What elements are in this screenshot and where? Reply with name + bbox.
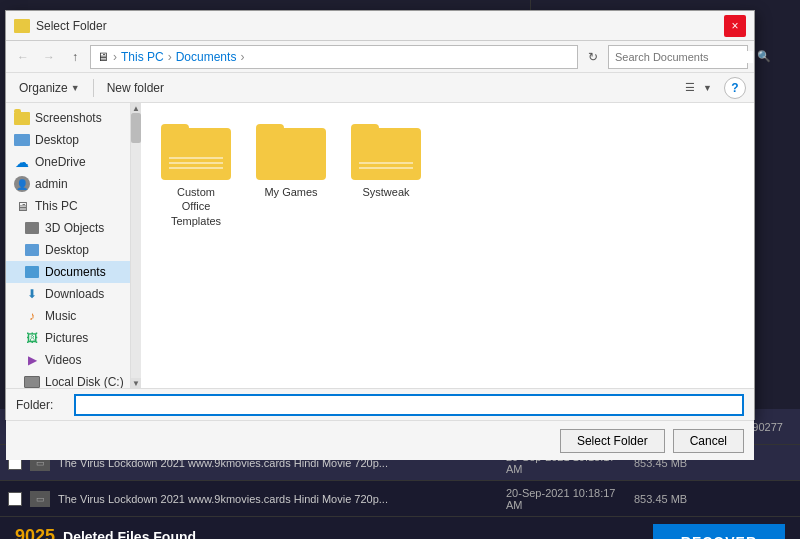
folder-icon-systweak [351,124,421,180]
toolbar-separator [93,79,94,97]
sidebar-item-localc[interactable]: Local Disk (C:) [6,371,130,388]
sidebar-label-screenshots: Screenshots [35,111,102,125]
checkbox-3[interactable] [8,492,22,506]
organize-label: Organize [19,81,68,95]
sidebar-label-localc: Local Disk (C:) [45,375,124,388]
dialog-folder-bar: Folder: [6,388,754,420]
dialog-close-button[interactable]: × [724,15,746,37]
path-documents[interactable]: Documents [176,50,237,64]
documents-icon [24,265,40,279]
onedrive-icon: ☁ [14,155,30,169]
sidebar: Screenshots Desktop ☁ OneDrive [6,103,131,388]
sidebar-item-videos[interactable]: ▶ Videos [6,349,130,371]
sidebar-label-music: Music [45,309,76,323]
folder-label: Folder: [16,398,66,412]
desktop2-icon [24,243,40,257]
dialog-title-left: Select Folder [14,19,107,33]
toolbar: Organize ▼ New folder ☰ ▼ ? [6,73,754,103]
localc-icon [24,375,40,388]
folder-name-my-games: My Games [264,185,317,199]
pictures-icon: 🖼 [24,331,40,345]
sidebar-item-3dobjects[interactable]: 3D Objects [6,217,130,239]
folder-input[interactable] [74,394,744,416]
sidebar-label-3dobjects: 3D Objects [45,221,104,235]
folder-name-custom-office: Custom Office Templates [162,185,230,228]
path-separator-3: › [240,50,244,64]
deleted-count: 9025 [15,526,55,540]
sidebar-item-downloads[interactable]: ⬇ Downloads [6,283,130,305]
sidebar-scrollbar-track: ▲ ▼ [131,103,141,388]
forward-button[interactable]: → [38,46,60,68]
select-folder-button[interactable]: Select Folder [560,429,665,453]
dialog-title-text: Select Folder [36,19,107,33]
sidebar-item-screenshots[interactable]: Screenshots [6,107,130,129]
refresh-button[interactable]: ↻ [582,46,604,68]
view-list-button[interactable]: ☰ [679,77,701,99]
file-name-3: The Virus Lockdown 2021 www.9kmovies.car… [58,493,498,505]
file-size-3: 853.45 MB [634,493,704,505]
file-date-3: 20-Sep-2021 10:18:17 AM [506,487,626,511]
organize-button[interactable]: Organize ▼ [14,79,85,97]
admin-icon: 👤 [14,177,30,191]
up-button[interactable]: ↑ [64,46,86,68]
dialog-buttons: Select Folder Cancel [6,420,754,460]
search-box: 🔍 [608,45,748,69]
sidebar-label-desktop: Desktop [35,133,79,147]
file-area: Custom Office Templates My Games [141,103,754,388]
search-icon: 🔍 [757,50,771,63]
select-folder-dialog: Select Folder × ← → ↑ 🖥 › This PC › Docu… [5,10,755,420]
sidebar-item-music[interactable]: ♪ Music [6,305,130,327]
sidebar-item-admin[interactable]: 👤 admin [6,173,130,195]
file-icon-3: ▭ [30,491,50,507]
folder-item-my-games[interactable]: My Games [251,118,331,234]
scroll-down-arrow[interactable]: ▼ [131,378,141,388]
search-input[interactable] [615,51,753,63]
path-this-pc[interactable]: This PC [121,50,164,64]
file-row-3[interactable]: ▭ The Virus Lockdown 2021 www.9kmovies.c… [0,481,800,517]
back-button[interactable]: ← [12,46,34,68]
sidebar-scrollbar-thumb[interactable] [131,113,141,143]
sidebar-item-onedrive[interactable]: ☁ OneDrive [6,151,130,173]
folder-item-systweak[interactable]: Systweak [346,118,426,234]
thispc-icon: 🖥 [14,199,30,213]
new-folder-label: New folder [107,81,164,95]
screenshots-icon [14,111,30,125]
sidebar-label-downloads: Downloads [45,287,104,301]
desktop-icon [14,133,30,147]
videos-icon: ▶ [24,353,40,367]
sidebar-label-pictures: Pictures [45,331,88,345]
folder-icon-custom-office [161,124,231,180]
help-button[interactable]: ? [724,77,746,99]
deleted-label: Deleted Files Found [63,529,196,540]
sidebar-label-documents: Documents [45,265,106,279]
dialog-folder-icon [14,19,30,33]
path-separator-1: › [113,50,117,64]
view-chevron[interactable]: ▼ [703,83,712,93]
new-folder-button[interactable]: New folder [102,79,169,97]
sidebar-label-admin: admin [35,177,68,191]
view-icons: ☰ ▼ ? [679,77,746,99]
deleted-files-bar: 9025 Deleted Files Found Selected Files … [0,517,800,539]
address-bar: ← → ↑ 🖥 › This PC › Documents › ↻ 🔍 [6,41,754,73]
sidebar-item-pictures[interactable]: 🖼 Pictures [6,327,130,349]
sidebar-label-onedrive: OneDrive [35,155,86,169]
folder-item-custom-office[interactable]: Custom Office Templates [156,118,236,234]
sidebar-label-thispc: This PC [35,199,78,213]
sidebar-item-thispc[interactable]: 🖥 This PC [6,195,130,217]
music-icon: ♪ [24,309,40,323]
sidebar-label-videos: Videos [45,353,81,367]
sidebar-item-documents[interactable]: Documents [6,261,130,283]
scroll-up-arrow[interactable]: ▲ [131,103,141,113]
organize-chevron: ▼ [71,83,80,93]
cancel-button[interactable]: Cancel [673,429,744,453]
recover-button[interactable]: RECOVER [653,524,785,539]
3dobjects-icon [24,221,40,235]
address-path[interactable]: 🖥 › This PC › Documents › [90,45,578,69]
folder-name-systweak: Systweak [362,185,409,199]
sidebar-item-desktop[interactable]: Desktop [6,129,130,151]
sidebar-item-desktop2[interactable]: Desktop [6,239,130,261]
dialog-titlebar: Select Folder × [6,11,754,41]
folder-icon-my-games [256,124,326,180]
path-segment-computer: 🖥 [97,50,109,64]
sidebar-label-desktop2: Desktop [45,243,89,257]
